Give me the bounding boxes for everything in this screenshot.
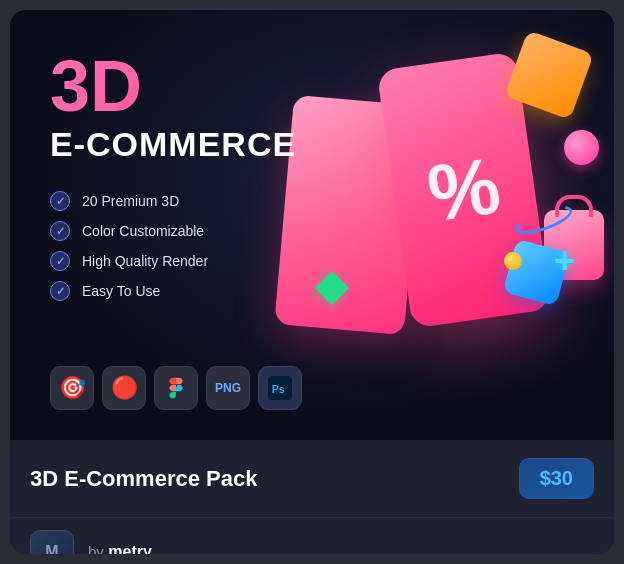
product-title: 3D E-Commerce Pack — [30, 466, 257, 492]
product-info-section: 3D E-Commerce Pack $30 — [10, 440, 614, 517]
cinema4d-icon: 🎯 — [50, 366, 94, 410]
author-section: M by metry — [10, 517, 614, 554]
banner: 3D E-COMMERCE 20 Premium 3D Color Custom… — [10, 10, 614, 440]
check-icon-3 — [50, 251, 70, 271]
features-list: 20 Premium 3D Color Customizable High Qu… — [50, 191, 574, 301]
title-3d: 3D — [50, 50, 574, 122]
by-label: by — [88, 543, 104, 554]
author-avatar: M — [30, 530, 74, 554]
figma-icon — [154, 366, 198, 410]
price-badge[interactable]: $30 — [519, 458, 594, 499]
photoshop-icon: Ps — [258, 366, 302, 410]
check-icon-4 — [50, 281, 70, 301]
title-ecommerce: E-COMMERCE — [50, 126, 574, 163]
author-info: by metry — [88, 543, 152, 554]
feature-label-3: High Quality Render — [82, 253, 208, 269]
feature-item-4: Easy To Use — [50, 281, 574, 301]
banner-text-content: 3D E-COMMERCE 20 Premium 3D Color Custom… — [50, 50, 574, 301]
check-icon-1 — [50, 191, 70, 211]
feature-item-1: 20 Premium 3D — [50, 191, 574, 211]
product-card: 3D E-COMMERCE 20 Premium 3D Color Custom… — [10, 10, 614, 554]
png-icon: PNG — [206, 366, 250, 410]
avatar-letter: M — [45, 543, 58, 554]
feature-label-2: Color Customizable — [82, 223, 204, 239]
author-name[interactable]: metry — [108, 543, 152, 554]
feature-item-2: Color Customizable — [50, 221, 574, 241]
svg-text:Ps: Ps — [272, 383, 285, 395]
feature-label-1: 20 Premium 3D — [82, 193, 179, 209]
feature-item-3: High Quality Render — [50, 251, 574, 271]
redshift-icon: 🔴 — [102, 366, 146, 410]
tool-icons-row: 🎯 🔴 PNG Ps — [50, 366, 302, 410]
feature-label-4: Easy To Use — [82, 283, 160, 299]
check-icon-2 — [50, 221, 70, 241]
